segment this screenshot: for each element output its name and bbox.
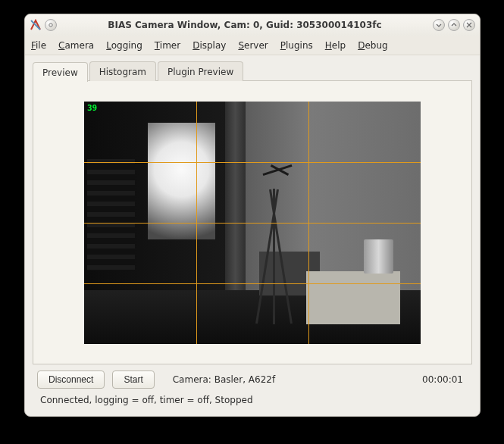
- maximize-button[interactable]: [448, 19, 460, 31]
- menu-logging[interactable]: Logging: [106, 40, 142, 51]
- tab-preview[interactable]: Preview: [33, 62, 88, 82]
- camera-info-label: Camera: Basler, A622f: [173, 374, 275, 385]
- svg-point-0: [49, 23, 52, 27]
- tab-panel-preview: 39: [33, 80, 472, 364]
- bottom-bar: Disconnect Start Camera: Basler, A622f 0…: [33, 364, 472, 392]
- disconnect-button[interactable]: Disconnect: [37, 371, 105, 389]
- tab-plugin-preview[interactable]: Plugin Preview: [158, 61, 243, 81]
- menu-timer[interactable]: Timer: [155, 40, 180, 51]
- fps-overlay: 39: [87, 103, 97, 113]
- app-window: BIAS Camera Window, Cam: 0, Guid: 305300…: [24, 14, 481, 417]
- content-area: Preview Histogram Plugin Preview: [25, 55, 480, 416]
- close-button[interactable]: [463, 19, 475, 31]
- elapsed-timer: 00:00:01: [422, 374, 468, 385]
- menu-debug[interactable]: Debug: [358, 40, 387, 51]
- menu-server[interactable]: Server: [238, 40, 268, 51]
- titlebar-pin-button[interactable]: [45, 19, 57, 31]
- menu-file[interactable]: File: [31, 40, 46, 51]
- minimize-button[interactable]: [433, 19, 445, 31]
- titlebar: BIAS Camera Window, Cam: 0, Guid: 305300…: [25, 14, 480, 36]
- camera-preview: 39: [84, 102, 421, 344]
- menu-camera[interactable]: Camera: [58, 40, 94, 51]
- menubar: File Camera Logging Timer Display Server…: [25, 36, 480, 55]
- grid-line: [84, 283, 421, 284]
- menu-plugins[interactable]: Plugins: [280, 40, 313, 51]
- status-bar: Connected, logging = off, timer = off, S…: [33, 392, 472, 411]
- tab-histogram[interactable]: Histogram: [89, 61, 156, 81]
- menu-display[interactable]: Display: [193, 40, 226, 51]
- window-title: BIAS Camera Window, Cam: 0, Guid: 305300…: [57, 20, 433, 30]
- app-icon: [30, 19, 42, 31]
- menu-help[interactable]: Help: [325, 40, 346, 51]
- tab-strip: Preview Histogram Plugin Preview: [33, 61, 472, 81]
- grid-line: [84, 162, 421, 163]
- grid-line: [84, 223, 421, 224]
- start-button[interactable]: Start: [112, 371, 154, 389]
